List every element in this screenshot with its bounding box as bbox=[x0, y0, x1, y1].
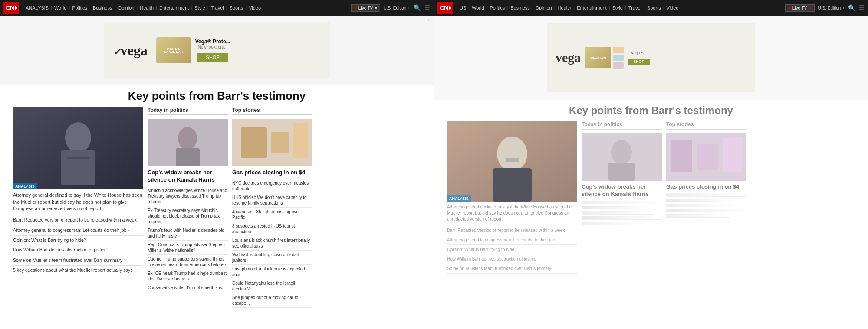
right-item-7[interactable]: First photo of a black hole is expected … bbox=[232, 265, 312, 279]
nav-politics[interactable]: Politics bbox=[70, 5, 89, 10]
featured-link-2[interactable]: Attorney general to congressman: Let cou… bbox=[13, 225, 143, 236]
svg-rect-5 bbox=[67, 157, 89, 159]
right-item-9[interactable]: She jumped out of a moving car to escape… bbox=[232, 293, 312, 308]
right-nav-politics[interactable]: Politics bbox=[488, 5, 507, 10]
live-tv-button[interactable]: Live TV ▾ bbox=[351, 4, 380, 12]
right-live-tv-dot: ● bbox=[809, 6, 812, 10]
cnn-logo[interactable]: CNN bbox=[3, 2, 19, 14]
main-headline: Key points from Barr's testimony bbox=[13, 89, 421, 103]
right-item-8[interactable]: Could Netanyahu lose the Israeli electio… bbox=[232, 279, 312, 293]
featured-link-6[interactable]: 5 key questions about what the Mueller r… bbox=[13, 266, 143, 276]
right-article-section: ANALYSIS Attorney general declined to sa… bbox=[447, 121, 855, 274]
right-nav-entertainment[interactable]: Entertainment bbox=[575, 5, 608, 10]
featured-link-5[interactable]: Some on Mueller's team frustrated over B… bbox=[13, 255, 143, 266]
right-right-article-title[interactable]: Gas prices closing in on $4 bbox=[666, 183, 746, 191]
svg-rect-10 bbox=[241, 127, 267, 158]
middle-item-7[interactable]: Conservative writer: I'm not sure this i… bbox=[148, 283, 228, 292]
right-nav-travel[interactable]: Travel bbox=[626, 5, 644, 10]
nav-world[interactable]: World bbox=[52, 5, 69, 10]
right-middle-item-3[interactable] bbox=[582, 211, 654, 215]
menu-icon[interactable]: ☰ bbox=[424, 4, 430, 11]
svg-rect-12 bbox=[293, 123, 308, 158]
right-nav-us[interactable]: US bbox=[457, 5, 468, 10]
right-right-item-5[interactable] bbox=[666, 214, 730, 218]
right-middle-item-1[interactable] bbox=[582, 201, 662, 204]
svg-text:CNN: CNN bbox=[6, 4, 17, 11]
nav-sports[interactable]: Sports bbox=[227, 5, 246, 10]
right-item-1[interactable]: NYC declares emergency over measles outb… bbox=[232, 179, 312, 193]
right-item-2[interactable]: HHS official: We don't have capacity to … bbox=[232, 193, 312, 208]
right-column: Top stories Gas prices clos bbox=[232, 107, 312, 308]
right-live-tv-button[interactable]: Live TV ● bbox=[785, 4, 815, 12]
nav-health[interactable]: Health bbox=[138, 5, 156, 10]
nav-opinion[interactable]: Opinion bbox=[115, 5, 136, 10]
right-right-article-image bbox=[666, 133, 746, 181]
right-featured-link-2[interactable]: Attorney general to congressman: Let cou… bbox=[447, 235, 577, 245]
right-nav-video[interactable]: Video bbox=[664, 5, 681, 10]
right-cnn-logo[interactable]: CNN bbox=[437, 2, 453, 14]
right-nav-business[interactable]: Business bbox=[508, 5, 532, 10]
right-featured-link-1[interactable]: Barr: Redacted version of report to be r… bbox=[447, 226, 577, 235]
middle-item-6[interactable]: Ex-ICE head: Trump had 'single dumbest i… bbox=[148, 269, 228, 283]
featured-link-4[interactable]: How William Barr defines obstruction of … bbox=[13, 245, 143, 255]
right-middle-item-4[interactable] bbox=[582, 216, 662, 220]
right-featured-link-5[interactable]: Some on Mueller's team frustrated over B… bbox=[447, 264, 577, 274]
nav-business[interactable]: Business bbox=[91, 5, 115, 10]
right-ad-text: Vega S... SHOP bbox=[628, 51, 650, 65]
right-article-title[interactable]: Gas prices closing in on $4 bbox=[232, 169, 312, 176]
search-icon[interactable]: 🔍 bbox=[414, 4, 421, 11]
right-edition-button[interactable]: U.S. Edition + bbox=[818, 6, 845, 10]
right-right-item-3[interactable] bbox=[666, 204, 739, 207]
right-featured-links: Barr: Redacted version of report to be r… bbox=[447, 226, 577, 274]
middle-item-1[interactable]: Mnuchin acknowledges White House and Tre… bbox=[148, 186, 228, 206]
svg-rect-17 bbox=[493, 168, 532, 202]
right-main-content: Key points from Barr's testimony bbox=[434, 100, 868, 278]
right-search-icon[interactable]: 🔍 bbox=[848, 4, 855, 11]
right-middle-item-2[interactable] bbox=[582, 206, 650, 209]
right-middle-article-image bbox=[582, 133, 662, 181]
right-right-item-4[interactable] bbox=[666, 209, 746, 212]
middle-item-2[interactable]: Ex-Treasury secretary says Mnuchin shoul… bbox=[148, 206, 228, 226]
middle-article-title[interactable]: Cop's widow breaks her silence on Kamala… bbox=[148, 169, 228, 184]
right-nav-health[interactable]: Health bbox=[556, 5, 574, 10]
featured-description: Attorney general declined to say if the … bbox=[13, 192, 143, 212]
right-featured-link-4[interactable]: How William Barr defines obstruction of … bbox=[447, 254, 577, 264]
right-featured-article: ANALYSIS Attorney general declined to sa… bbox=[447, 121, 577, 274]
right-item-6[interactable]: Walmart is doubling down on robot janito… bbox=[232, 251, 312, 265]
right-featured-link-3[interactable]: Opinion: What is Barr trying to hide? bbox=[447, 245, 577, 254]
middle-item-5[interactable]: Cuomo: Trump supporters saying things I'… bbox=[148, 255, 228, 269]
nav-links: ANALYSIS | World | Politics | Business |… bbox=[23, 5, 263, 10]
edition-button[interactable]: U.S. Edition + bbox=[384, 6, 410, 10]
nav-us[interactable]: ANALYSIS bbox=[23, 5, 51, 10]
nav-entertainment[interactable]: Entertainment bbox=[157, 5, 191, 10]
right-ad-vega-small: Vega S... bbox=[628, 51, 650, 55]
right-nav-opinion[interactable]: Opinion bbox=[533, 5, 554, 10]
right-middle-article-image-inner bbox=[582, 133, 662, 181]
featured-link-3[interactable]: Opinion: What is Barr trying to hide? bbox=[13, 236, 143, 246]
right-right-item-1[interactable] bbox=[666, 193, 746, 197]
right-ad-thumbs bbox=[613, 47, 624, 69]
right-nav-sports[interactable]: Sports bbox=[645, 5, 663, 10]
featured-links: Barr: Redacted version of report to be r… bbox=[13, 215, 143, 275]
right-right-item-2[interactable] bbox=[666, 199, 734, 202]
right-middle-article-title[interactable]: Cop's widow breaks her silence on Kamala… bbox=[582, 183, 662, 198]
right-item-4[interactable]: 8 suspects arrested in US tourist abduct… bbox=[232, 222, 312, 236]
middle-item-3[interactable]: Trump's feud with Nadler is decades old … bbox=[148, 226, 228, 241]
live-tv-label: Live TV bbox=[358, 6, 373, 10]
right-nav-world[interactable]: World bbox=[470, 5, 487, 10]
right-nav-style[interactable]: Style bbox=[610, 5, 625, 10]
nav-travel[interactable]: Travel bbox=[209, 5, 226, 10]
featured-link-1[interactable]: Barr: Redacted version of report to be r… bbox=[13, 215, 143, 225]
nav-video[interactable]: Video bbox=[247, 5, 263, 10]
live-dot bbox=[354, 7, 357, 9]
svg-rect-11 bbox=[271, 132, 289, 153]
right-middle-item-5[interactable] bbox=[582, 222, 646, 225]
ad-shop-button[interactable]: SHOP bbox=[197, 53, 228, 62]
right-item-3[interactable]: Japanese F-35 fighter missing over Pacif… bbox=[232, 208, 312, 222]
featured-article: ANALYSIS Attorney general declined to sa… bbox=[13, 107, 143, 308]
right-item-5[interactable]: Louisiana black church fires intentional… bbox=[232, 236, 312, 251]
nav-style[interactable]: Style bbox=[192, 5, 207, 10]
right-menu-icon[interactable]: ☰ bbox=[859, 4, 865, 11]
right-ad-shop-button[interactable]: SHOP bbox=[628, 59, 650, 65]
middle-item-4[interactable]: Rep. Omar calls Trump adviser Stephen Mi… bbox=[148, 241, 228, 255]
